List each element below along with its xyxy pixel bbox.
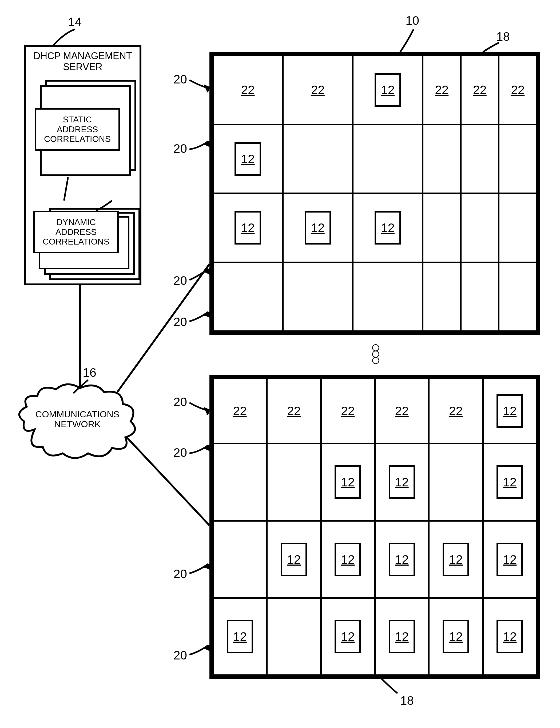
network-l2: NETWORK [54,419,101,429]
slot: 22 [461,55,499,125]
card-12: 12 [443,543,469,576]
static-correlations-box: STATIC ADDRESS CORRELATIONS [35,108,120,151]
slot: 12 [429,598,483,675]
slot [423,193,461,263]
card-12: 12 [227,620,253,653]
card-12: 12 [335,620,361,653]
server-title: DHCP MANAGEMENT SERVER [26,49,140,74]
cell-22: 22 [233,404,247,418]
slot: 12 [321,521,375,598]
slot: 22 [283,55,353,125]
slot [353,125,423,194]
cell-22: 22 [473,83,487,97]
slot: 12 [375,521,429,598]
slot [283,125,353,194]
card-12: 12 [389,543,415,576]
ref-20-b: 20 [173,141,187,156]
slot [461,193,499,263]
slot: 22 [267,378,321,443]
dynamic-l3: CORRELATIONS [43,237,109,247]
slot [461,263,499,332]
slot [499,263,537,332]
slot: 22 [321,378,375,443]
slot: 12 [353,55,423,125]
card-12: 12 [497,394,523,428]
cell-22: 22 [395,404,409,418]
dynamic-l2: ADDRESS [55,227,97,237]
slot [429,443,483,521]
ref-20-h: 20 [173,648,187,662]
ref-20-g: 20 [173,567,187,581]
slot: 12 [483,443,537,521]
card-12: 12 [281,543,307,576]
card-12: 12 [375,73,401,107]
slot [283,263,353,332]
ref-20-d: 20 [173,315,187,329]
dynamic-correlations-box: DYNAMIC ADDRESS CORRELATIONS [33,211,119,253]
slot [213,443,267,521]
card-12: 12 [389,620,415,653]
ref-14: 14 [68,15,82,29]
card-12: 12 [305,211,331,245]
slot: 12 [483,598,537,675]
slot: 22 [375,378,429,443]
cell-22: 22 [449,404,463,418]
card-12: 12 [235,142,261,176]
cell-22: 22 [435,83,448,97]
card-12: 12 [335,465,361,499]
slot: 22 [499,55,537,125]
slot: 12 [483,378,537,443]
slot: 12 [483,521,537,598]
rack-top: 22 22 12 22 22 22 12 12 12 12 [209,52,540,335]
ref-20-f: 20 [173,445,187,460]
slot: 12 [213,193,283,263]
ref-18-bottom: 18 [400,693,414,708]
slot: 12 [429,521,483,598]
slot: 22 [423,55,461,125]
static-l3: CORRELATIONS [44,134,111,144]
card-12: 12 [497,620,523,653]
slot: 12 [321,443,375,521]
rack-top-table: 22 22 12 22 22 22 12 12 12 12 [212,55,538,332]
slot [423,263,461,332]
slot: 12 [213,125,283,194]
rack-bottom: 22 22 22 22 22 12 12 12 12 12 12 12 12 1… [209,375,540,679]
continuation-dots: ○○○ [371,344,381,363]
ref-20-c: 20 [173,273,187,288]
slot [213,521,267,598]
network-cloud-text: COMMUNICATIONS NETWORK [29,409,125,429]
slot: 22 [429,378,483,443]
slot: 12 [283,193,353,263]
slot [499,125,537,194]
slot [353,263,423,332]
slot [267,443,321,521]
card-12: 12 [335,543,361,576]
cell-22: 22 [511,83,525,97]
slot: 12 [375,598,429,675]
cell-22: 22 [341,404,355,418]
card-12: 12 [497,465,523,499]
slot: 22 [213,55,283,125]
ref-16: 16 [83,365,96,380]
svg-line-3 [127,437,209,525]
slot: 12 [213,598,267,675]
ref-20-e: 20 [173,395,187,409]
network-l1: COMMUNICATIONS [35,409,120,419]
card-12: 12 [375,211,401,245]
ref-20-a: 20 [173,72,187,86]
slot: 12 [353,193,423,263]
slot [423,125,461,194]
static-l2: ADDRESS [57,125,98,134]
slot: 12 [375,443,429,521]
slot: 12 [267,521,321,598]
cell-22: 22 [311,83,325,97]
ref-10: 10 [406,13,419,28]
server-title-l1: DHCP MANAGEMENT [33,50,132,61]
slot: 22 [213,378,267,443]
slot [213,263,283,332]
dynamic-l1: DYNAMIC [56,217,96,227]
cell-22: 22 [287,404,301,418]
server-title-l2: SERVER [63,61,102,72]
ref-18-top: 18 [496,29,510,44]
slot [267,598,321,675]
